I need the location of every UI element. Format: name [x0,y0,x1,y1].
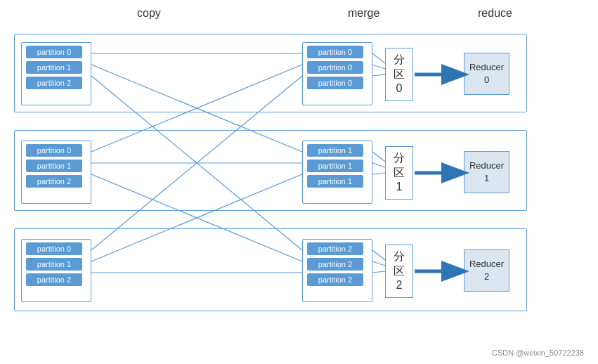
label-reduce: reduce [478,7,512,20]
left-partition-1-2: partition 2 [26,175,82,188]
left-partition-2-1: partition 1 [26,258,82,271]
svg-line-15 [372,250,385,260]
right-partition-1-1: partition 1 [307,160,363,172]
left-partition-1-0: partition 0 [26,144,82,157]
right-box-0: partition 0 partition 0 partition 0 [302,42,372,105]
left-partition-2-0: partition 0 [26,242,82,255]
svg-line-2 [91,76,302,250]
svg-line-10 [372,65,385,69]
left-partition-2-2: partition 2 [26,273,82,286]
label-merge: merge [348,7,379,20]
svg-line-17 [372,271,385,273]
left-partition-0-2: partition 2 [26,77,82,89]
fenqu-0: 分区0 [385,48,413,101]
left-box-2: partition 0 partition 1 partition 2 [21,239,91,302]
watermark: CSDN @weixin_50722238 [492,349,584,357]
left-partition-1-1: partition 1 [26,160,82,172]
svg-line-1 [91,65,302,152]
right-partition-2-1: partition 2 [307,258,363,271]
left-partition-0-1: partition 1 [26,61,82,74]
right-box-1: partition 1 partition 1 partition 1 [302,141,372,204]
svg-line-11 [372,74,385,76]
right-partition-2-0: partition 2 [307,242,363,255]
right-partition-0-2: partition 0 [307,77,363,89]
reducer-1: Reducer1 [464,151,509,193]
svg-line-7 [91,174,302,261]
fenqu-2: 分区2 [385,245,413,298]
right-box-2: partition 2 partition 2 partition 2 [302,239,372,302]
svg-line-14 [372,173,385,174]
left-box-0: partition 0 partition 1 partition 2 [21,42,91,105]
svg-line-9 [372,53,385,63]
svg-line-5 [91,174,302,261]
svg-line-6 [91,76,302,250]
reducer-2: Reducer2 [464,249,509,292]
right-partition-1-2: partition 1 [307,175,363,188]
svg-line-13 [372,163,385,167]
svg-line-3 [91,65,302,152]
svg-line-16 [372,261,385,266]
left-partition-0-0: partition 0 [26,46,82,58]
right-partition-2-2: partition 2 [307,273,363,286]
right-partition-0-0: partition 0 [307,46,363,58]
right-partition-1-0: partition 1 [307,144,363,157]
left-box-1: partition 0 partition 1 partition 2 [21,141,91,204]
svg-line-12 [372,152,385,162]
right-partition-0-1: partition 0 [307,61,363,74]
label-copy: copy [137,7,161,20]
reducer-0: Reducer0 [464,53,509,95]
fenqu-1: 分区1 [385,146,413,200]
